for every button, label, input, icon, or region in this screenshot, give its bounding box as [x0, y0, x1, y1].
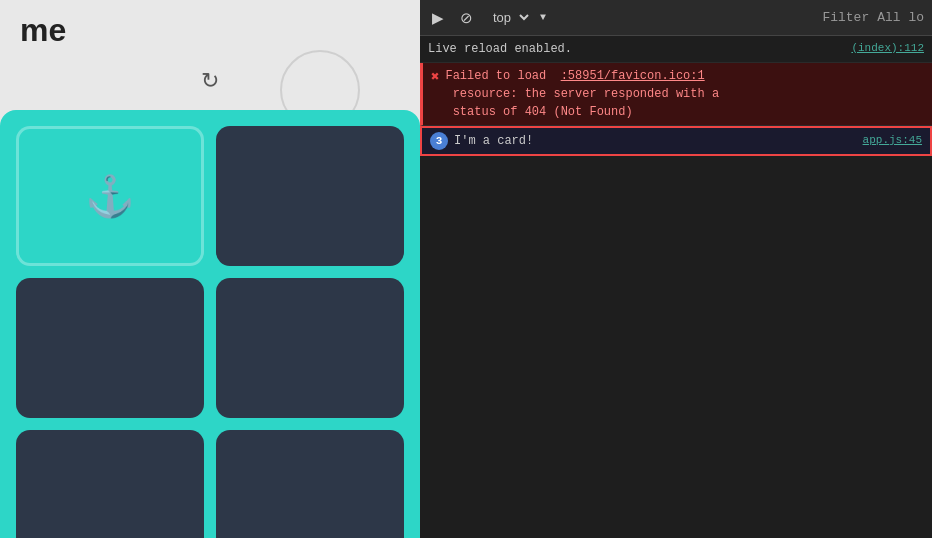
card-dark-1[interactable] — [216, 126, 404, 266]
console-message-live-reload-text: Live reload enabled. — [428, 40, 843, 58]
anchor-icon: ⚓ — [85, 173, 135, 220]
card-dark-5[interactable] — [216, 430, 404, 538]
console-output: Live reload enabled. (index):112 ✖ Faile… — [420, 36, 932, 538]
devtools-toolbar: ▶ ⊘ top ▼ Filter All lo — [420, 0, 932, 36]
app-title: me — [0, 0, 420, 57]
error-icon: ✖ — [431, 67, 439, 88]
console-message-card-text: I'm a card! — [454, 132, 855, 150]
devtools-panel: ▶ ⊘ top ▼ Filter All lo Live reload enab… — [420, 0, 932, 538]
all-logs-label: All lo — [877, 10, 924, 25]
play-button[interactable]: ▶ — [428, 7, 448, 29]
card-grid: ⚓ — [16, 126, 404, 538]
console-message-error: ✖ Failed to load :58951/favicon.ico:1 re… — [420, 63, 932, 126]
card-dark-2[interactable] — [16, 278, 204, 418]
console-message-live-reload-source[interactable]: (index):112 — [851, 40, 924, 57]
dropdown-arrow-icon[interactable]: ▼ — [540, 12, 546, 23]
console-message-error-text: Failed to load :58951/favicon.ico:1 reso… — [445, 67, 924, 121]
card-grid-wrapper: ⚓ — [0, 110, 420, 538]
reload-icon[interactable]: ↻ — [201, 68, 219, 94]
console-message-card: 3 I'm a card! app.js:45 — [420, 126, 932, 156]
filter-label: Filter — [822, 10, 869, 25]
stop-button[interactable]: ⊘ — [456, 7, 477, 29]
card-teal[interactable]: ⚓ — [16, 126, 204, 266]
card-dark-4[interactable] — [16, 430, 204, 538]
card-dark-3[interactable] — [216, 278, 404, 418]
console-message-live-reload: Live reload enabled. (index):112 — [420, 36, 932, 63]
app-preview-panel: me ↻ ⚓ — [0, 0, 420, 538]
context-selector[interactable]: top — [485, 7, 532, 28]
error-link[interactable]: :58951/favicon.ico:1 — [561, 69, 705, 83]
console-message-card-source[interactable]: app.js:45 — [863, 132, 922, 149]
info-badge: 3 — [430, 132, 448, 150]
